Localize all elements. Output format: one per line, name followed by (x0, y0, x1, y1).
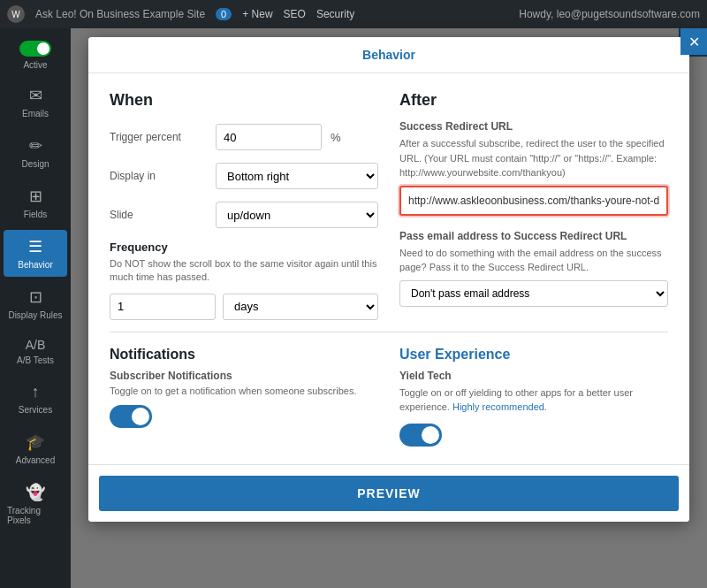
modal-title: Behavior (362, 48, 415, 62)
sidebar-item-design[interactable]: ✏ Design (4, 129, 67, 176)
frequency-value-input[interactable] (110, 294, 216, 320)
notifications-section: Notifications Subscriber Notifications T… (110, 347, 378, 447)
wp-admin-bar: W Ask Leo! On Business Example Site 0 + … (0, 0, 707, 28)
design-icon: ✏ (29, 136, 42, 156)
close-button[interactable]: ✕ (680, 28, 707, 55)
sidebar-label-active: Active (23, 60, 47, 70)
subscriber-notifications-desc: Toggle on to get a notification when som… (110, 386, 378, 396)
seo-menu-item[interactable]: SEO (284, 8, 306, 20)
sidebar-item-display-rules[interactable]: ⊡ Display Rules (4, 280, 67, 327)
modal-header: Behavior (88, 37, 689, 73)
frequency-section: Frequency Do NOT show the scroll box to … (110, 241, 378, 320)
user-experience-section: User Experience Yield Tech Toggle on or … (399, 347, 668, 447)
pass-email-group: Pass email address to Success Redirect U… (399, 230, 668, 307)
frequency-title: Frequency (110, 241, 378, 254)
frequency-desc: Do NOT show the scroll box to the same v… (110, 257, 378, 285)
yield-tech-desc: Toggle on or off yielding to other apps … (399, 386, 668, 415)
wp-logo[interactable]: W (7, 5, 25, 23)
slide-select[interactable]: up/down left/right fade (216, 202, 378, 228)
comment-count: 0 (216, 8, 232, 20)
divider (110, 332, 668, 332)
security-menu-item[interactable]: Security (316, 8, 354, 20)
redirect-url-input[interactable] (399, 186, 668, 216)
slide-label: Slide (110, 209, 207, 221)
sidebar-label-design: Design (21, 159, 49, 169)
ab-tests-icon: A/B (26, 338, 46, 352)
behavior-modal: Behavior When Trigger percent % (88, 37, 689, 522)
services-icon: ↑ (32, 383, 40, 401)
preview-button[interactable]: PREVIEW (99, 476, 679, 511)
sidebar-label-fields: Fields (24, 210, 48, 219)
pass-email-desc: Need to do something with the email addr… (399, 246, 668, 275)
after-title: After (399, 91, 668, 110)
success-redirect-label: Success Redirect URL (399, 120, 668, 133)
after-section: After Success Redirect URL After a succe… (399, 91, 668, 321)
success-redirect-group: Success Redirect URL After a successful … (399, 120, 668, 216)
behavior-icon: ☰ (28, 237, 42, 256)
display-rules-icon: ⊡ (29, 287, 42, 307)
trigger-percent-row: Trigger percent % (110, 124, 378, 150)
pass-email-label: Pass email address to Success Redirect U… (399, 230, 668, 242)
sidebar-label-services: Services (19, 405, 52, 415)
frequency-row: days hours minutes (110, 294, 378, 320)
site-name: Ask Leo! On Business Example Site (35, 8, 205, 20)
bottom-sections: Notifications Subscriber Notifications T… (110, 347, 668, 447)
when-section: When Trigger percent % Display in Bottom… (110, 91, 378, 321)
trigger-percent-label: Trigger percent (110, 131, 207, 143)
sidebar-item-ab-tests[interactable]: A/B A/B Tests (4, 331, 67, 372)
sidebar-item-behavior[interactable]: ☰ Behavior (4, 230, 67, 277)
trigger-percent-unit: % (331, 131, 341, 144)
fields-icon: ⊞ (29, 187, 42, 206)
when-title: When (110, 91, 378, 110)
howdy-text: Howdy, leo@pugetsoundsoftware.com (519, 8, 700, 20)
emails-icon: ✉ (29, 86, 42, 105)
display-in-label: Display in (110, 170, 207, 182)
two-col-layout: When Trigger percent % Display in Bottom… (110, 91, 668, 321)
content-area: 👑 ✕ Behavior When Trigger perc (71, 28, 707, 588)
trigger-percent-input[interactable] (216, 124, 322, 150)
subscriber-notifications-title: Subscriber Notifications (110, 370, 378, 382)
ux-title: User Experience (399, 347, 668, 363)
highly-recommended-link[interactable]: Highly recommended. (452, 401, 547, 412)
sidebar-item-advanced[interactable]: 🎓 Advanced (4, 425, 67, 472)
sidebar-item-tracking-pixels[interactable]: 👻 Tracking Pixels (4, 476, 67, 532)
sidebar-label-display-rules: Display Rules (8, 310, 62, 320)
active-toggle[interactable] (19, 41, 51, 57)
modal-footer: PREVIEW (88, 464, 689, 522)
advanced-icon: 🎓 (26, 432, 45, 452)
slide-row: Slide up/down left/right fade (110, 202, 378, 228)
pass-email-select[interactable]: Don't pass email address Pass email addr… (399, 280, 668, 307)
display-in-select[interactable]: Bottom right Bottom left Top right Top l… (216, 163, 378, 189)
success-redirect-desc: After a successful subscribe, redirect t… (399, 136, 668, 180)
display-in-row: Display in Bottom right Bottom left Top … (110, 163, 378, 189)
modal-overlay: Behavior When Trigger percent % (71, 28, 707, 588)
sidebar-item-active[interactable]: Active (4, 35, 67, 75)
sidebar-label-ab-tests: A/B Tests (17, 355, 54, 365)
sidebar-item-services[interactable]: ↑ Services (4, 376, 67, 422)
notifications-title: Notifications (110, 347, 378, 363)
modal-body: When Trigger percent % Display in Bottom… (88, 73, 689, 464)
subscriber-notifications-toggle[interactable] (110, 405, 152, 428)
sidebar-label-emails: Emails (22, 109, 49, 118)
sidebar-label-behavior: Behavior (18, 260, 52, 270)
new-menu-item[interactable]: + New (242, 8, 272, 20)
sidebar-label-advanced: Advanced (16, 455, 55, 465)
yield-tech-toggle[interactable] (399, 424, 442, 447)
yield-tech-title: Yield Tech (399, 370, 668, 382)
tracking-pixels-icon: 👻 (26, 483, 45, 502)
frequency-unit-select[interactable]: days hours minutes (223, 294, 378, 320)
sidebar: Active ✉ Emails ✏ Design ⊞ Fields ☰ Beha… (0, 28, 71, 588)
sidebar-item-emails[interactable]: ✉ Emails (4, 79, 67, 126)
sidebar-item-fields[interactable]: ⊞ Fields (4, 179, 67, 226)
sidebar-label-tracking-pixels: Tracking Pixels (7, 506, 64, 525)
main-layout: Active ✉ Emails ✏ Design ⊞ Fields ☰ Beha… (0, 28, 707, 588)
